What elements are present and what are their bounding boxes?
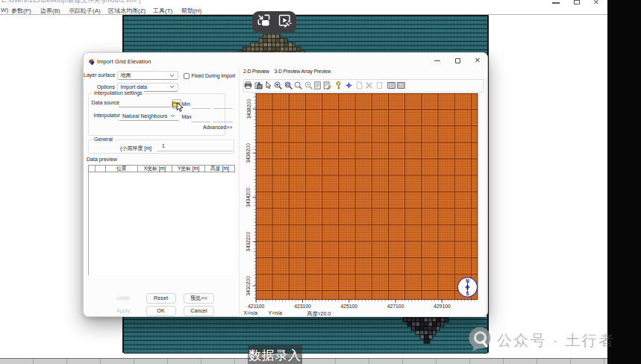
options-value: Import data — [121, 84, 147, 90]
new-page-icon[interactable] — [355, 81, 363, 90]
window-minimize-button[interactable] — [552, 2, 560, 4]
data-preview-label: Data preview — [87, 157, 117, 162]
zoom-previous-icon[interactable] — [294, 81, 302, 90]
status-y: Y=n/a — [269, 310, 283, 316]
layer-thickness-value: 1 — [157, 143, 165, 148]
min-field-1[interactable] — [192, 101, 210, 109]
interpolator-label: Interpolator — [94, 113, 120, 118]
dialog-minimize-button[interactable] — [434, 60, 440, 61]
y-tick-label: 3438200 — [246, 99, 251, 119]
y-tick-label: 3430200 — [246, 276, 251, 296]
window-close-button[interactable]: × — [593, 0, 599, 7]
menu-bar: W) 参数(P) 边界(B) 示踪粒子(A) 区域水均衡(Z) 工具(T) 帮助… — [0, 7, 607, 14]
layer-surface-combo[interactable]: 地面 — [117, 71, 178, 80]
advanced-link[interactable]: Advanced>> — [203, 125, 232, 130]
tab-2d-preview[interactable]: 2-D Preview — [243, 69, 269, 74]
x-tick-label: 427100 — [387, 304, 404, 309]
goto-star-icon[interactable] — [345, 81, 353, 90]
tab-array-preview[interactable]: Array Preview — [301, 69, 331, 74]
min-field-2[interactable] — [213, 101, 233, 109]
table-col-header[interactable]: Y坐标 [m] — [172, 166, 205, 172]
options-label: Options — [84, 84, 115, 90]
apply-button[interactable]: Apply — [110, 306, 136, 316]
table-col-header[interactable] — [89, 166, 96, 172]
interpolation-settings-legend: Interpolation settings — [93, 90, 144, 95]
general-legend: General — [93, 136, 114, 142]
chevron-down-icon — [170, 114, 175, 118]
window-restore-button[interactable] — [574, 0, 580, 4]
table-col-header[interactable] — [96, 166, 106, 172]
chevron-down-icon — [169, 85, 175, 89]
dialog-close-button[interactable]: × — [475, 54, 481, 66]
play-clip-icon[interactable] — [277, 13, 293, 31]
export-icon[interactable] — [254, 81, 263, 90]
import-grid-elevation-dialog: Import Grid Elevation × Layer surface 地面… — [83, 52, 488, 317]
preview-button[interactable]: 预览<< — [184, 293, 214, 304]
tab-3d-preview[interactable]: 3-D Preview — [275, 69, 301, 74]
report-icon[interactable] — [313, 81, 322, 90]
layer-thickness-field[interactable]: 1 — [157, 143, 233, 151]
ok-button[interactable]: OK — [146, 306, 176, 316]
x-tick-label: 429100 — [434, 304, 451, 309]
layer-surface-label: Layer surface — [84, 72, 115, 78]
menu-item-0[interactable]: W) — [1, 7, 8, 13]
x-tick-label: 423100 — [294, 304, 311, 309]
interpolator-combo[interactable]: Natural Neighbours — [119, 112, 179, 121]
table-col-header[interactable]: 高度 [m] — [205, 166, 234, 172]
blank-page-icon[interactable] — [375, 81, 384, 90]
max-label: Max — [182, 114, 192, 119]
max-field-2[interactable] — [213, 114, 233, 122]
zoom-in-icon[interactable] — [274, 81, 282, 90]
status-elevation: 高度=20.0 — [307, 310, 331, 318]
fixed-during-import-checkbox[interactable] — [184, 73, 190, 80]
x-tick-label: 425100 — [340, 304, 357, 309]
preview-chart-area[interactable]: 4211004231004251004271004291003438200343… — [239, 92, 487, 317]
table-col-header[interactable]: X坐标 [m] — [138, 166, 172, 172]
y-tick-label: 3432200 — [246, 231, 251, 251]
undo-button[interactable]: Undo — [110, 293, 136, 304]
reset-button[interactable]: Reset — [146, 293, 176, 304]
y-tick-label: 3436200 — [246, 143, 251, 163]
app-title-path: E:\Users\123\Desktop\新建文件夹\ymod\1.vmf ] — [1, 0, 140, 5]
menu-item-3[interactable]: 示踪粒子(A) — [69, 7, 101, 15]
cancel-button[interactable]: Cancel — [184, 306, 214, 316]
data-preview-table-header: 位置 X坐标 [m] Y坐标 [m] 高度 [m] — [88, 165, 236, 172]
delete-icon[interactable] — [365, 81, 373, 90]
fixed-during-import-label: Fixed During Import — [192, 73, 236, 78]
elevation-grid-area[interactable] — [256, 94, 478, 300]
mouse-cursor-icon — [176, 102, 184, 113]
menu-item-5[interactable]: 工具(T) — [153, 7, 172, 15]
print-icon[interactable] — [244, 81, 252, 90]
data-preview-table-body[interactable] — [88, 172, 236, 275]
status-x: X=n/a — [244, 310, 258, 316]
menu-item-4[interactable]: 区域水均衡(Z) — [108, 7, 146, 15]
menu-item-1[interactable]: 参数(P) — [11, 7, 31, 15]
video-overlay-pill — [252, 11, 296, 34]
dialog-title-icon — [88, 58, 96, 66]
watermark-text-on-bar: 公众号 · 土行者 — [607, 330, 615, 351]
zoom-out-icon[interactable] — [304, 81, 313, 90]
taskbar[interactable] — [0, 358, 641, 364]
column-view-icon[interactable] — [387, 81, 395, 90]
watermark-clip: 公众号 · 土行者 — [607, 0, 641, 364]
menu-item-6[interactable]: 帮助(H) — [181, 7, 201, 15]
grid-preview-chart[interactable]: 4211004231004251004271004291003438200343… — [239, 92, 487, 317]
data-source-field[interactable] — [119, 99, 171, 107]
interpolator-value: Natural Neighbours — [122, 113, 167, 119]
x-tick-label: 421100 — [248, 304, 264, 309]
dialog-title: Import Grid Elevation — [97, 58, 151, 65]
caption-overlay: 数据录入 — [248, 345, 302, 364]
edit-report-icon[interactable] — [323, 81, 331, 90]
key-icon[interactable] — [334, 81, 343, 90]
picture-in-picture-icon[interactable] — [256, 13, 272, 31]
zoom-window-icon[interactable] — [284, 81, 293, 90]
table-col-header[interactable]: 位置 — [106, 166, 139, 172]
max-field-1[interactable] — [192, 114, 210, 122]
row-view-icon[interactable] — [397, 81, 405, 90]
watermark-text: 公众号 · 土行者 — [497, 330, 615, 351]
menu-item-2[interactable]: 边界(B) — [40, 7, 60, 15]
compass-rose: NS — [458, 277, 478, 297]
dialog-maximize-button[interactable] — [455, 58, 460, 63]
layer-thickness-label: (小层厚度 [m] — [120, 145, 151, 152]
pointer-icon[interactable] — [264, 81, 272, 90]
